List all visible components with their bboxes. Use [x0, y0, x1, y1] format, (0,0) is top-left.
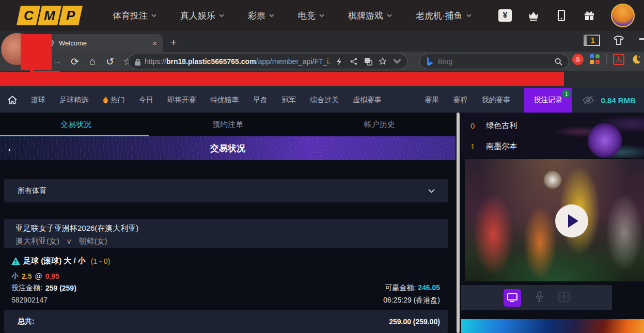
site-nav-items: 体育投注 真人娱乐 彩票 电竞 棋牌游戏 老虎机·捕鱼: [113, 10, 472, 22]
screen: C M P 体育投注 真人娱乐 彩票 电竞 棋牌游戏 老虎机·捕鱼 ¥ Welc…: [0, 0, 644, 333]
badge-count: 1: [565, 91, 568, 97]
team-name: 绿色古利: [486, 121, 517, 131]
crown-icon[interactable]: [527, 9, 540, 22]
pitch-view-button[interactable]: [558, 292, 570, 304]
browser-tab-welcome[interactable]: Welcome ×: [39, 34, 163, 52]
subnav-special-odds[interactable]: 特优赔率: [210, 96, 239, 105]
live-stream-thumbnail[interactable]: [465, 159, 644, 281]
nav-label: 老虎机·捕鱼: [416, 10, 463, 22]
sport-filter-dropdown[interactable]: 所有体育: [4, 179, 448, 202]
logo-tile: C: [17, 6, 40, 25]
subnav-parlay[interactable]: 综合过关: [310, 96, 339, 105]
translate-icon[interactable]: [364, 57, 372, 66]
gift-icon[interactable]: [583, 9, 595, 22]
nav-item-board-games[interactable]: 棋牌游戏: [348, 10, 392, 22]
sport-filter-value: 所有体育: [18, 186, 46, 196]
tab-count-box[interactable]: 1: [584, 35, 600, 46]
bet-market-line: 足球 (滚球) 大 / 小 (1 - 0): [11, 256, 110, 266]
nav-item-sports[interactable]: 体育投注: [113, 10, 156, 22]
subnav-my-matches[interactable]: 我的赛事: [481, 96, 510, 105]
subnav-today[interactable]: 今日: [139, 96, 153, 105]
promo-banner-strip[interactable]: [461, 319, 644, 333]
hide-balance-eye-icon[interactable]: [582, 95, 594, 105]
tv-icon: [507, 293, 517, 303]
search-input[interactable]: [438, 57, 551, 66]
bing-search-box[interactable]: [419, 54, 569, 69]
new-tab-button[interactable]: +: [170, 36, 177, 49]
undo-icon[interactable]: ↺: [101, 56, 119, 68]
live-score: (1 - 0): [91, 257, 110, 265]
tab-label: 帐户历史: [364, 120, 395, 130]
bet-record-badge: 1: [562, 89, 571, 98]
subnav-label: 热门: [111, 96, 125, 105]
url-text: https://brn18.plastic5665765.com/app/mem…: [145, 57, 331, 66]
audio-commentary-button[interactable]: [536, 291, 543, 304]
nav-item-lottery[interactable]: 彩票: [248, 10, 274, 22]
chevron-down-icon[interactable]: [393, 57, 401, 66]
soccer-field-icon: [558, 292, 570, 302]
mobile-icon[interactable]: [555, 9, 568, 22]
subnav-soccer-featured[interactable]: 足球精选: [59, 96, 88, 105]
vertical-scrollbar[interactable]: [457, 113, 460, 333]
subnav-label: 赛果: [425, 96, 439, 105]
tab-close-icon[interactable]: ×: [152, 39, 157, 47]
coupon-glyph: 券: [575, 56, 581, 64]
tv-stream-button[interactable]: [504, 289, 521, 307]
play-button[interactable]: [555, 204, 588, 237]
subnav-label: 早盘: [253, 96, 268, 105]
stream-mode-bar: [461, 285, 612, 310]
team-name: 南墨尔本: [486, 141, 517, 151]
nav-item-slots-fishing[interactable]: 老虎机·捕鱼: [416, 10, 472, 22]
minimize-button[interactable]: [639, 38, 644, 40]
subnav-early-market[interactable]: 早盘: [253, 96, 268, 105]
subnav-outright[interactable]: 冠军: [281, 96, 296, 105]
subnav-label: 虚拟赛事: [353, 96, 382, 105]
bookmark-star-icon[interactable]: [379, 57, 387, 66]
user-avatar[interactable]: [611, 4, 635, 27]
coupon-extension-icon[interactable]: 券: [572, 54, 584, 65]
bet-time-value: 06:25:29 (香港盘): [383, 296, 440, 304]
stake-value: 259 (259): [45, 284, 76, 292]
bet-record-button[interactable]: 投注记录 1: [524, 88, 572, 113]
theme-skin-icon[interactable]: [612, 34, 625, 46]
chevron-down-icon: [269, 14, 274, 18]
divider: [606, 54, 607, 65]
reload-icon[interactable]: ⟳: [66, 56, 84, 68]
tab-reserved-bets[interactable]: 预约注单: [152, 113, 304, 136]
subnav-schedule[interactable]: 赛程: [453, 96, 467, 105]
subnav-virtual-sports[interactable]: 虚拟赛事: [353, 96, 382, 105]
subnav-results[interactable]: 赛果: [425, 96, 439, 105]
subnav-label: 即将开赛: [167, 96, 196, 105]
lightning-icon[interactable]: [335, 57, 343, 66]
win-line: 可赢金额: 246.05: [385, 283, 440, 293]
subnav-label: 综合过关: [310, 96, 339, 105]
soccer-ball-artwork: [544, 113, 644, 158]
chevron-down-icon: [319, 14, 324, 18]
home-icon[interactable]: ⌂: [84, 56, 101, 67]
bet-id-value: 582902147: [11, 296, 48, 304]
deposit-icon[interactable]: ¥: [498, 9, 512, 22]
subnav-live-betting[interactable]: 滚球: [31, 96, 45, 105]
extensions-grid-icon[interactable]: [590, 54, 600, 65]
subnav-hot[interactable]: 热门: [102, 96, 125, 105]
pdf-extension-icon[interactable]: 人: [613, 54, 624, 65]
tab-label: 交易状况: [60, 120, 91, 130]
at-sign: @: [35, 272, 42, 280]
search-icon[interactable]: [555, 58, 562, 66]
tab-account-history[interactable]: 帐户历史: [304, 113, 455, 136]
nav-item-esports[interactable]: 电竞: [298, 10, 324, 22]
nav-item-live-casino[interactable]: 真人娱乐: [180, 10, 224, 22]
subnav-starting-soon[interactable]: 即将开赛: [167, 96, 196, 105]
dark-mode-moon-icon[interactable]: [631, 54, 642, 65]
redaction-mark: [30, 68, 60, 74]
subnav-label: 我的赛事: [481, 96, 510, 105]
nav-label: 电竞: [298, 10, 316, 22]
address-bar[interactable]: https://brn18.plastic5665765.com/app/mem…: [128, 54, 408, 69]
bet-id: 582902147: [11, 296, 48, 304]
total-bar: 总共: 259.00 (259.00): [4, 310, 448, 333]
cmp-logo[interactable]: C M P: [19, 6, 81, 25]
share-icon[interactable]: [350, 57, 358, 66]
home-icon[interactable]: [7, 95, 18, 105]
url-path: /app/member_api/FT_i...: [256, 57, 331, 66]
tab-trading-status[interactable]: 交易状况: [0, 113, 152, 136]
